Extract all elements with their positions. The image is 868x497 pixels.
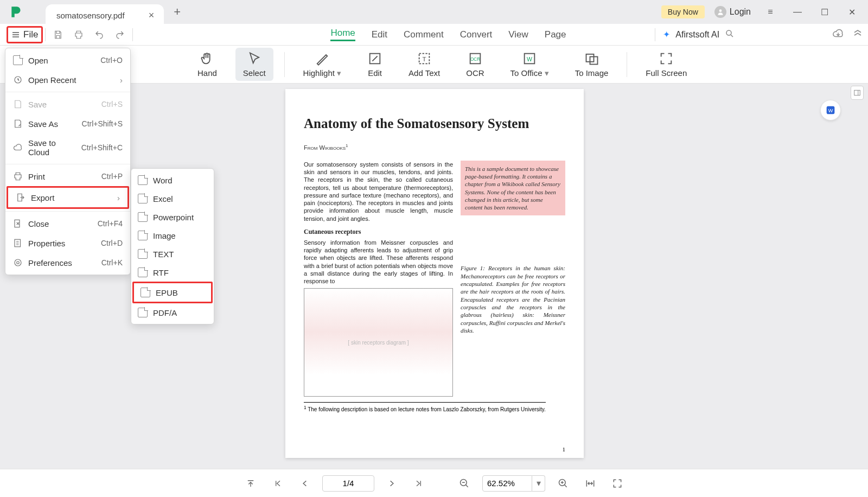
menu-item-open[interactable]: OpenCtrl+O [5, 50, 130, 70]
full-screen-tool[interactable]: Full Screen [638, 48, 694, 81]
redo-icon[interactable] [110, 24, 130, 45]
menu-item-properties[interactable]: PropertiesCtrl+D [5, 233, 130, 253]
scroll-top-icon[interactable] [241, 474, 260, 493]
svg-text:W: W [828, 108, 833, 113]
edit-tool[interactable]: Edit [360, 48, 390, 81]
body-paragraph: Sensory information from Meissner corpus… [304, 239, 453, 285]
doc-title: Anatomy of the Somatosensory System [304, 116, 565, 131]
right-panel-toggle[interactable] [851, 86, 864, 100]
export-epub[interactable]: EPUB [132, 282, 213, 303]
footnote: 1 The following description is based on … [304, 402, 546, 412]
to-office-tool[interactable]: W To Office ▾ [503, 48, 557, 81]
page-number-input[interactable] [322, 475, 374, 492]
close-tab-icon[interactable]: × [149, 10, 155, 21]
quick-toolbar: File Home Edit Comment Convert View Page… [0, 24, 868, 46]
add-text-label: Add Text [409, 68, 440, 78]
ocr-label: OCR [466, 68, 484, 78]
new-tab-button[interactable]: + [174, 5, 181, 19]
undo-icon[interactable] [89, 24, 110, 45]
print-icon[interactable] [68, 24, 89, 45]
export-rtf[interactable]: RTF [131, 263, 214, 282]
menu-item-close[interactable]: CloseCtrl+F4 [5, 214, 130, 233]
tab-page[interactable]: Page [545, 29, 566, 40]
menu-item-save-as[interactable]: Save AsCtrl+Shift+S [5, 114, 130, 133]
menu-tabs: Home Edit Comment Convert View Page [330, 28, 566, 41]
subheading: Cutaneous receptors [304, 228, 453, 237]
login-label: Login [730, 7, 751, 17]
minimize-icon[interactable]: — [786, 1, 809, 23]
ocr-tool[interactable]: OCR OCR [458, 48, 492, 81]
tab-home[interactable]: Home [330, 28, 355, 41]
fit-page-icon[interactable] [608, 474, 627, 493]
ai-label[interactable]: Afirstsoft AI [675, 30, 719, 40]
menu-item-save-cloud[interactable]: Save to CloudCtrl+Shift+C [5, 133, 130, 162]
export-text[interactable]: TEXT [131, 245, 214, 263]
close-file-icon [13, 219, 23, 228]
collapse-ribbon-icon[interactable] [853, 29, 863, 41]
open-icon [13, 55, 23, 65]
file-menu-button[interactable]: File [7, 26, 43, 43]
close-window-icon[interactable]: ✕ [840, 1, 864, 23]
zoom-level-input[interactable] [482, 475, 532, 492]
svg-text:W: W [527, 55, 532, 62]
menu-item-print[interactable]: PrintCtrl+P [5, 167, 130, 186]
add-text-tool[interactable]: T Add Text [401, 48, 448, 81]
chevron-right-icon: › [117, 193, 120, 202]
login-button[interactable]: Login [714, 6, 751, 18]
hand-tool[interactable]: Hand [190, 48, 225, 81]
divider [284, 52, 285, 77]
first-page-icon[interactable] [268, 474, 288, 493]
hamburger-menu-icon[interactable]: ≡ [758, 1, 782, 23]
print-icon [13, 171, 23, 181]
menu-item-preferences[interactable]: PreferencesCtrl+K [5, 253, 130, 272]
fit-width-icon[interactable] [580, 474, 600, 493]
export-powerpoint[interactable]: Powerpoint [131, 208, 214, 226]
highlight-tool[interactable]: Highlight ▾ [296, 48, 349, 81]
excel-icon [138, 194, 148, 203]
tab-title: somatosensory.pdf [56, 11, 125, 20]
divider [5, 164, 130, 164]
export-word[interactable]: Word [131, 171, 214, 189]
divider [5, 92, 130, 92]
zoom-dropdown[interactable]: ▾ [532, 475, 545, 492]
select-label: Select [243, 68, 266, 78]
floating-ai-button[interactable]: W [820, 100, 841, 120]
document-tab[interactable]: somatosensory.pdf × [46, 4, 164, 26]
export-pdfa[interactable]: PDF/A [131, 303, 214, 322]
cloud-icon[interactable] [832, 28, 844, 42]
image-icon [138, 231, 148, 240]
tab-view[interactable]: View [508, 29, 528, 40]
menu-item-export[interactable]: Export› [7, 186, 129, 209]
next-page-icon[interactable] [382, 474, 401, 493]
to-image-tool[interactable]: To Image [567, 48, 616, 81]
zoom-in-icon[interactable] [553, 474, 573, 493]
search-icon[interactable] [725, 29, 735, 41]
divider [627, 52, 627, 77]
clock-icon [13, 75, 23, 85]
export-image[interactable]: Image [131, 226, 214, 245]
maximize-icon[interactable]: ☐ [813, 1, 837, 23]
export-excel[interactable]: Excel [131, 189, 214, 208]
figure-image: [ skin receptors diagram ] [304, 288, 453, 397]
full-screen-label: Full Screen [646, 68, 687, 78]
tab-edit[interactable]: Edit [372, 29, 387, 40]
gear-icon [13, 258, 23, 267]
tab-comment[interactable]: Comment [404, 29, 444, 40]
select-tool[interactable]: Select [235, 48, 273, 81]
hand-label: Hand [197, 68, 217, 78]
zoom-out-icon[interactable] [455, 474, 474, 493]
figure-caption: Figure 1: Receptors in the human skin: M… [461, 264, 565, 334]
svg-point-17 [17, 262, 20, 264]
last-page-icon[interactable] [409, 474, 429, 493]
file-dropdown-menu: OpenCtrl+O Open Recent› SaveCtrl+S Save … [5, 48, 131, 275]
menu-item-open-recent[interactable]: Open Recent› [5, 70, 130, 90]
prev-page-icon[interactable] [295, 474, 315, 493]
callout-box: This is a sample document to showcase pa… [461, 161, 565, 216]
buy-now-button[interactable]: Buy Now [661, 5, 705, 18]
tab-convert[interactable]: Convert [460, 29, 493, 40]
save-icon[interactable] [48, 24, 68, 45]
export-icon [16, 193, 25, 202]
chevron-down-icon: ▾ [545, 68, 549, 78]
svg-point-0 [719, 9, 722, 12]
divider [132, 28, 133, 41]
